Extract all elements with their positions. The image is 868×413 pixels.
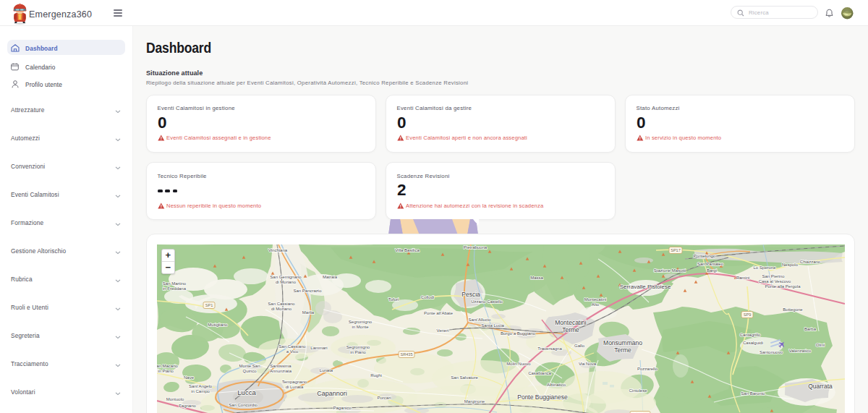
svg-text:Ponte Buggianese: Ponte Buggianese xyxy=(517,393,568,401)
svg-text:Segromigno: Segromigno xyxy=(349,320,373,324)
svg-text:Montecatini: Montecatini xyxy=(584,297,607,302)
svg-text:San Pantaleo: San Pantaleo xyxy=(697,262,724,266)
svg-text:Capannori: Capannori xyxy=(317,390,347,397)
svg-text:Lucca: Lucca xyxy=(237,388,256,396)
svg-text:Casa al Vescovo: Casa al Vescovo xyxy=(759,279,791,284)
svg-text:San Baronto: San Baronto xyxy=(741,391,765,396)
svg-text:Collodi: Collodi xyxy=(421,295,434,299)
svg-text:Montecatini: Montecatini xyxy=(555,319,587,326)
svg-text:in Piano: in Piano xyxy=(158,369,174,373)
svg-text:Molin Nuovo: Molin Nuovo xyxy=(506,362,531,366)
svg-text:Albinatico: Albinatico xyxy=(547,383,566,387)
svg-text:Marlia: Marlia xyxy=(302,310,315,315)
svg-text:Santonuovo: Santonuovo xyxy=(760,350,783,354)
svg-text:Quarrata: Quarrata xyxy=(808,383,833,390)
svg-text:Borgo a Buggiano: Borgo a Buggiano xyxy=(501,331,536,336)
svg-text:Monte San: Monte San xyxy=(239,364,260,368)
svg-text:SP17: SP17 xyxy=(671,248,681,252)
svg-text:SP9: SP9 xyxy=(744,312,752,317)
svg-text:Porcari: Porcari xyxy=(377,396,391,400)
svg-text:Barba: Barba xyxy=(804,327,817,331)
svg-text:Bottegone: Bottegone xyxy=(783,307,803,312)
svg-text:Casabianca: Casabianca xyxy=(528,371,551,375)
svg-text:Lunata: Lunata xyxy=(320,368,333,372)
svg-text:San Macario: San Macario xyxy=(157,364,179,368)
svg-text:Sant'Allucio: Sant'Allucio xyxy=(468,318,491,322)
svg-text:Matraia: Matraia xyxy=(323,275,338,279)
svg-text:San Gemignano: San Gemignano xyxy=(270,275,302,279)
svg-text:Lo Sperone: Lo Sperone xyxy=(753,265,776,270)
svg-text:Massa: Massa xyxy=(530,276,543,280)
svg-text:Annunziata: Annunziata xyxy=(270,369,292,373)
svg-text:Villa Basilica: Villa Basilica xyxy=(395,248,420,252)
svg-text:San Martino: San Martino xyxy=(163,281,187,286)
svg-text:in Monte: in Monte xyxy=(352,325,369,329)
svg-text:Valenzatico: Valenzatico xyxy=(789,349,812,353)
svg-text:San Cassiano: San Cassiano xyxy=(268,302,295,306)
svg-text:Fagnano: Fagnano xyxy=(179,404,196,408)
svg-text:Vinchiana: Vinchiana xyxy=(268,248,288,252)
svg-text:Mutigliano: Mutigliano xyxy=(208,323,228,327)
svg-text:Ponte alla Pergola: Ponte alla Pergola xyxy=(765,284,801,289)
svg-text:a Vico: a Vico xyxy=(286,349,299,354)
svg-text:Quirico: Quirico xyxy=(242,369,257,373)
svg-text:San Cassiano: San Cassiano xyxy=(278,344,306,349)
svg-text:Paganico: Paganico xyxy=(333,406,352,410)
svg-text:San Concordio: San Concordio xyxy=(229,403,258,407)
svg-text:Ponte all'Abate: Ponte all'Abate xyxy=(424,311,454,315)
svg-text:Tofori: Tofori xyxy=(388,297,399,302)
svg-text:Terme: Terme xyxy=(562,326,579,333)
svg-text:Santa Lucia: Santa Lucia xyxy=(481,323,504,328)
svg-text:Cantagrillo: Cantagrillo xyxy=(740,333,761,337)
svg-text:Bargi: Bargi xyxy=(707,268,717,273)
svg-text:Santissima: Santissima xyxy=(270,364,292,368)
svg-text:Stazione Masotti: Stazione Masotti xyxy=(654,268,686,273)
svg-text:Uzzano Castello: Uzzano Castello xyxy=(471,299,503,304)
svg-text:SR435: SR435 xyxy=(400,352,412,357)
svg-text:Rughi: Rughi xyxy=(370,373,382,378)
svg-text:Ramini: Ramini xyxy=(736,276,750,280)
svg-text:Pontelungo: Pontelungo xyxy=(694,254,716,258)
svg-text:Alto: Alto xyxy=(592,302,600,307)
svg-text:di Lunata: di Lunata xyxy=(286,385,304,389)
svg-text:San Pierino: San Pierino xyxy=(762,274,785,278)
svg-text:di Moriano: di Moriano xyxy=(271,307,292,311)
svg-text:San Pancrazio: San Pancrazio xyxy=(293,289,322,293)
svg-text:in Freddana: in Freddana xyxy=(163,286,187,291)
svg-text:Terme: Terme xyxy=(614,346,631,354)
svg-text:Cintolese: Cintolese xyxy=(629,388,647,393)
svg-text:Veneri: Veneri xyxy=(436,328,448,333)
svg-text:Montuolo: Montuolo xyxy=(166,397,184,401)
svg-text:Pietrabuona: Pietrabuona xyxy=(464,245,488,250)
svg-text:Lammari: Lammari xyxy=(310,346,327,350)
svg-text:Nave: Nave xyxy=(184,375,195,380)
svg-text:Pescia: Pescia xyxy=(461,291,480,298)
svg-text:Traversagna: Traversagna xyxy=(537,346,562,351)
svg-text:di Moriano: di Moriano xyxy=(276,280,297,284)
svg-text:Monsummano: Monsummano xyxy=(603,339,642,346)
svg-text:Sant'Angelo: Sant'Angelo xyxy=(189,384,213,388)
svg-text:Tempagnano: Tempagnano xyxy=(282,380,307,384)
svg-text:Via Nova: Via Nova xyxy=(579,362,597,366)
svg-text:Marginone: Marginone xyxy=(464,399,485,404)
svg-text:SP1: SP1 xyxy=(205,303,213,307)
svg-text:Nespolo: Nespolo xyxy=(782,263,799,267)
svg-text:in Piano: in Piano xyxy=(350,350,366,354)
svg-text:Serravalle Pistoiese: Serravalle Pistoiese xyxy=(620,284,671,290)
svg-text:Pozzarello: Pozzarello xyxy=(637,367,658,371)
svg-text:Segromigno: Segromigno xyxy=(346,345,370,349)
svg-text:in Campo: in Campo xyxy=(191,389,210,393)
svg-text:San Salvatore: San Salvatore xyxy=(451,375,478,380)
svg-text:Gallo: Gallo xyxy=(574,344,585,348)
svg-text:Chiazzano: Chiazzano xyxy=(800,260,821,264)
svg-text:Olmi: Olmi xyxy=(816,343,825,347)
svg-text:Casalguidi: Casalguidi xyxy=(743,341,763,345)
